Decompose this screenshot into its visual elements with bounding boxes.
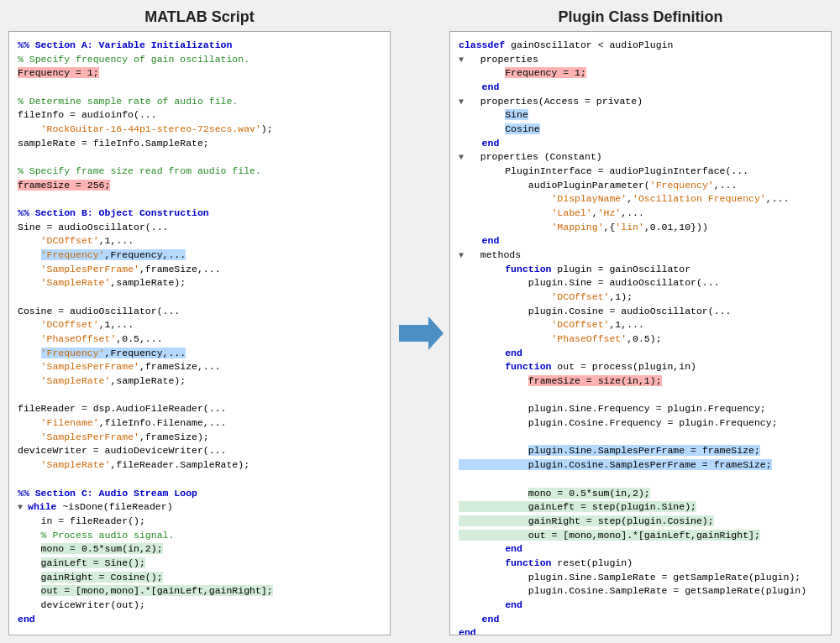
plugin-class-panel: classdef gainOscillator < audioPlugin ▼ … (449, 31, 832, 635)
matlab-script-panel: %% Section A: Variable Initialization % … (8, 31, 391, 635)
right-panel-title: Plugin Class Definition (449, 8, 832, 26)
arrow-container (391, 312, 449, 354)
svg-marker-0 (399, 316, 444, 350)
left-panel-title: MATLAB Script (8, 8, 391, 26)
right-arrow-icon (395, 312, 445, 354)
main-content: %% Section A: Variable Initialization % … (8, 31, 832, 635)
